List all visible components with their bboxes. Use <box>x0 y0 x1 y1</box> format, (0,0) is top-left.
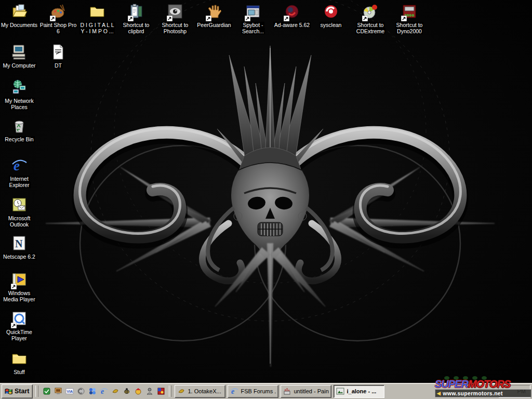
folder-open-icon <box>10 3 28 21</box>
desktop-icon-d-i-g-i-t-a-l-l[interactable]: D I G I T A L LY - I M P O ... <box>77 3 117 34</box>
quicktime-icon <box>10 310 28 328</box>
desktop-icon-microsoft[interactable]: MicrosoftOutlook <box>0 196 39 228</box>
desktop-icon-spybot[interactable]: Spybot -Search... <box>233 3 273 34</box>
system-tray: PM <box>498 385 530 398</box>
shortcut-arrow-icon <box>206 16 211 21</box>
task-button-fsb-forums[interactable]: eFSB Forums ... <box>228 385 278 398</box>
desktop-icon-my-network[interactable]: My NetworkPlaces <box>0 79 39 110</box>
recycle-bin-icon <box>10 117 28 135</box>
task-button-label: FSB Forums ... <box>241 388 276 394</box>
red-game-quicklaunch-icon[interactable] <box>155 385 166 397</box>
desktop-icon-label: Netscape 6.2 <box>0 254 39 260</box>
folder-icon <box>10 350 28 368</box>
svg-text:N: N <box>15 238 23 249</box>
shortcut-arrow-icon <box>284 16 289 21</box>
shortcut-arrow-icon <box>167 16 172 21</box>
desktop-icon-windows[interactable]: WindowsMedia Player <box>0 271 39 302</box>
desktop-icon-internet[interactable]: eInternetExplorer <box>0 157 39 188</box>
desktop-icon-label: WindowsMedia Player <box>0 290 39 302</box>
monitor-app-quicklaunch-icon[interactable] <box>52 385 63 397</box>
folder-icon <box>88 3 106 21</box>
task-button-label: i_alone - ... <box>347 388 376 394</box>
desktop-icon-my-computer[interactable]: My Computer <box>0 44 39 69</box>
screen: My DocumentsPaint Shop Pro6D I G I T A L… <box>0 0 532 399</box>
desktop-icon-label: InternetExplorer <box>0 176 39 188</box>
desktop-icon-quicktime[interactable]: QuickTimePlayer <box>0 310 39 341</box>
clock: PM <box>517 388 526 394</box>
task-button-untitled-paint[interactable]: untitled - Paint <box>281 385 331 398</box>
taskbar: Start VIAe 1. OotakeX...eFSB Forums ...u… <box>0 383 532 399</box>
desktop-icon-peerguardian[interactable]: PeerGuardian <box>194 3 234 28</box>
shortcut-arrow-icon <box>128 16 134 21</box>
task-button-1-ootakex[interactable]: 1. OotakeX... <box>175 385 225 398</box>
shortcut-arrow-icon <box>11 284 17 289</box>
desktop-icon-label: MicrosoftOutlook <box>0 215 39 228</box>
hand-icon <box>205 3 223 21</box>
desktop-icon-label: Shortcut toclipbrd <box>116 22 156 34</box>
internet-explorer-quicklaunch-icon[interactable]: e <box>98 385 109 397</box>
shortcut-arrow-icon <box>401 16 407 21</box>
jester-quicklaunch-icon[interactable] <box>132 385 143 397</box>
quick-launch: VIAe <box>41 385 166 397</box>
photoshop-eye-icon <box>166 3 184 21</box>
clipboard-icon <box>127 3 145 21</box>
desktop-icon-shortcut-to[interactable]: Shortcut toPhotoshp <box>155 3 195 34</box>
computer-icon <box>10 44 28 61</box>
via-quicklaunch-icon[interactable]: VIA <box>64 385 75 397</box>
adaware-icon <box>283 3 301 21</box>
shortcut-arrow-icon <box>50 16 56 21</box>
outlook-icon <box>10 196 28 214</box>
shortcut-arrow-icon <box>362 16 368 21</box>
desktop-icon-sysclean[interactable]: sysclean <box>311 3 351 28</box>
person-quicklaunch-icon[interactable] <box>144 385 155 397</box>
internet-explorer-icon: e <box>10 157 28 175</box>
bee-quicklaunch-icon[interactable] <box>121 385 132 397</box>
desktop-icon-label: Paint Shop Pro6 <box>38 22 78 34</box>
desktop-icon-label: Spybot -Search... <box>233 22 273 34</box>
desktop-icon-label: Shortcut toPhotoshp <box>155 22 195 34</box>
wallpaper-skull-art <box>0 0 532 383</box>
desktop-icon-label: My NetworkPlaces <box>0 98 39 110</box>
task-buttons: 1. OotakeX...eFSB Forums ...untitled - P… <box>175 385 384 398</box>
task-button-i-alone[interactable]: i_alone - ... <box>334 385 384 398</box>
desktop-icon-recycle-bin[interactable]: Recycle Bin <box>0 117 39 142</box>
desktop-icon-label: QuickTimePlayer <box>0 329 39 341</box>
gold-swirl-quicklaunch-icon[interactable] <box>110 385 121 397</box>
start-button[interactable]: Start <box>2 384 33 398</box>
quick-launch-grip[interactable] <box>35 385 38 397</box>
dyno-icon: 2000 <box>401 3 418 21</box>
windows-flag-icon <box>4 388 13 395</box>
desktop-icon-label: Stuff <box>0 369 39 375</box>
desktop-icon-shortcut-to[interactable]: Shortcut toclipbrd <box>116 3 156 34</box>
desktop-icon-label: PeerGuardian <box>194 22 234 28</box>
pinwheel-quicklaunch-icon[interactable] <box>87 385 98 397</box>
desktop-icon-paint-shop-pro[interactable]: Paint Shop Pro6 <box>38 3 78 34</box>
ootake-icon <box>177 387 185 395</box>
image-viewer-icon <box>336 387 344 395</box>
media-player-icon <box>10 271 28 289</box>
netscape-icon: N <box>10 235 28 252</box>
document-icon <box>49 44 67 61</box>
desktop-icon-stuff[interactable]: Stuff <box>0 350 39 375</box>
desktop-icon-label: DT <box>38 62 78 69</box>
shortcut-arrow-icon <box>245 16 250 21</box>
desktop[interactable]: My DocumentsPaint Shop Pro6D I G I T A L… <box>0 0 532 383</box>
desktop-icon-label: My Computer <box>0 62 39 69</box>
ie-small-icon: e <box>230 387 238 395</box>
desktop-icon-ad-aware-5-62[interactable]: Ad-aware 5.62 <box>272 3 312 28</box>
desktop-icon-label: Ad-aware 5.62 <box>272 22 312 28</box>
gray-app-quicklaunch-icon[interactable] <box>75 385 86 397</box>
desktop-icon-label: My Documents <box>0 22 39 28</box>
taskbar-grip[interactable] <box>169 385 172 397</box>
sysclean-icon <box>322 3 340 21</box>
desktop-icon-label: sysclean <box>311 22 351 28</box>
desktop-icon-dt[interactable]: DT <box>38 44 78 69</box>
paint-palette-icon <box>49 3 67 21</box>
desktop-icon-shortcut-to[interactable]: Shortcut toCDExtreme <box>350 3 391 34</box>
desktop-icon-netscape-6-2[interactable]: NNetscape 6.2 <box>0 235 39 260</box>
network-icon <box>10 79 28 97</box>
desktop-icon-my-documents[interactable]: My Documents <box>0 3 39 28</box>
start-label: Start <box>15 388 29 395</box>
desktop-icon-shortcut-to[interactable]: 2000Shortcut toDyno2000 <box>389 3 430 34</box>
green-app-quicklaunch-icon[interactable] <box>41 385 52 397</box>
